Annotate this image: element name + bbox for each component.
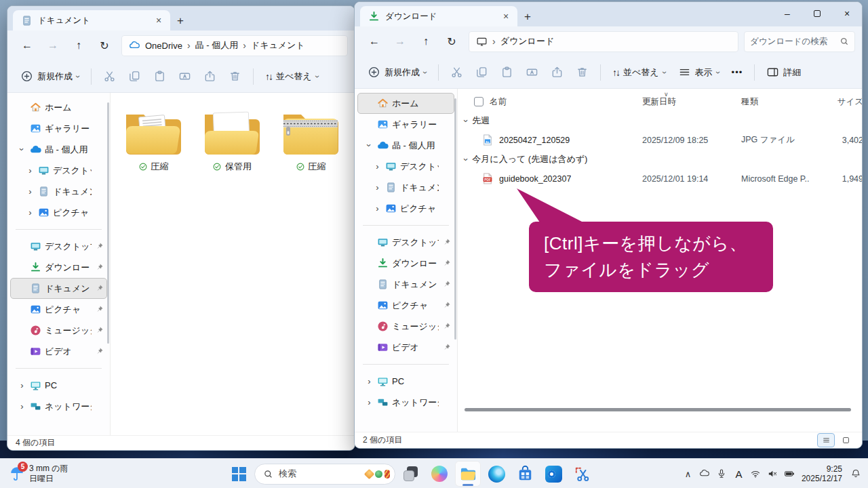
delete-button[interactable] [570,61,595,84]
sidebar-item-gallery[interactable]: ギャラリー [357,114,454,135]
group-header[interactable]: 今月に入って (先週は含めず) [458,149,862,169]
sidebar-item-desktop[interactable]: デスクトップ [10,160,107,181]
sidebar-item-picture[interactable]: ピクチャ [10,299,107,320]
collapse-chevron-icon[interactable] [465,116,467,126]
expand-chevron-icon[interactable] [373,204,382,213]
cut-button[interactable] [97,65,122,88]
breadcrumb-segment[interactable]: OneDrive [145,41,182,51]
file-explorer-button[interactable] [455,461,481,487]
collapse-chevron-icon[interactable] [465,155,467,165]
forward-icon[interactable]: → [387,30,413,52]
file-row[interactable]: PDF guidebook_202307 2025/12/01 19:14 Mi… [458,169,862,188]
horizontal-scrollbar[interactable] [465,408,851,411]
expand-chevron-icon[interactable] [373,162,382,171]
tab-documents[interactable]: ドキュメント × [13,10,170,30]
microphone-icon[interactable] [713,464,730,484]
sidebar-item-network[interactable]: ネットワーク [357,392,454,413]
tab-downloads[interactable]: ダウンロード × [360,6,517,26]
sidebar-item-video[interactable]: ビデオ [357,337,454,358]
folder-tile[interactable]: 保管用 [195,104,269,176]
expand-chevron-icon[interactable] [18,402,26,411]
new-tab-button[interactable]: + [517,7,538,26]
sidebar-item-pc[interactable]: PC [357,371,454,392]
sidebar-item-music[interactable]: ミュージック [10,320,107,341]
sidebar-item-document[interactable]: ドキュメント [357,274,454,295]
sidebar-scrollbar[interactable] [107,102,109,344]
copy-button[interactable] [122,65,147,88]
group-header[interactable]: 先週 [458,110,862,131]
snipping-tool-button[interactable] [569,461,595,487]
expand-chevron-icon[interactable] [365,377,374,386]
breadcrumb[interactable]: OneDrive › 晶 - 個人用 › ドキュメント [121,35,348,56]
clock[interactable]: 9:25 2025/12/17 [802,464,842,483]
sidebar-item-document[interactable]: ドキュメント [10,278,107,299]
breadcrumb-segment[interactable]: 晶 - 個人用 [195,39,239,52]
sidebar-item-cloud[interactable]: 晶 - 個人用 [357,135,454,156]
refresh-icon[interactable]: ↻ [92,35,117,56]
expand-chevron-icon[interactable] [26,166,35,175]
sidebar-item-document[interactable]: ドキュメント [357,177,454,198]
wifi-icon[interactable] [747,464,764,484]
sidebar-item-home[interactable]: ホーム [357,93,454,114]
cut-button[interactable] [444,61,469,84]
onedrive-tray-icon[interactable] [696,464,713,484]
store-button[interactable] [512,461,538,487]
back-icon[interactable]: ← [361,30,387,52]
share-button[interactable] [545,61,570,84]
expand-chevron-icon[interactable] [26,187,35,196]
up-icon[interactable]: ↑ [66,35,92,56]
sidebar-item-cloud[interactable]: 晶 - 個人用 [10,139,107,160]
select-all-checkbox[interactable] [474,97,484,106]
ime-indicator[interactable]: A [730,464,747,484]
sidebar-item-document[interactable]: ドキュメント [10,181,107,202]
new-tab-button[interactable]: + [170,12,191,30]
start-button[interactable] [226,461,252,487]
sidebar-item-gallery[interactable]: ギャラリー [10,118,107,139]
sidebar-item-music[interactable]: ミュージック [357,316,454,337]
rename-button[interactable] [172,65,197,88]
delete-button[interactable] [222,65,248,88]
column-header-type[interactable]: 種類 [741,96,821,108]
maximize-button[interactable] [802,2,832,25]
sidebar-item-picture[interactable]: ピクチャ [357,198,454,219]
sidebar-scrollbar[interactable] [454,98,456,340]
breadcrumb-segment[interactable]: ダウンロード [500,35,555,47]
sidebar-item-home[interactable]: ホーム [10,97,107,118]
forward-icon[interactable]: → [40,35,66,56]
up-icon[interactable]: ↑ [413,30,439,52]
folder-tile[interactable]: 圧縮 [273,104,348,176]
new-button[interactable]: 新規作成 [14,65,85,88]
paste-button[interactable] [147,65,172,88]
breadcrumb-segment[interactable]: ドキュメント [251,39,305,52]
share-button[interactable] [197,65,222,88]
battery-icon[interactable] [781,464,798,484]
column-header-date[interactable]: ∨ 更新日時 [642,96,741,108]
weather-widget[interactable]: 5 3 mm の雨 日曜日 [7,462,71,486]
sort-button[interactable]: ↑↓ 並べ替え [259,65,325,88]
column-header-name[interactable]: 名前 [458,96,642,108]
view-button[interactable]: 表示 [672,61,726,84]
close-tab-icon[interactable]: × [153,14,165,26]
task-view-button[interactable] [398,461,424,487]
sidebar-item-download[interactable]: ダウンロード [357,253,454,274]
sidebar-item-desktop[interactable]: デスクトップ [10,236,107,257]
sidebar-item-network[interactable]: ネットワーク [10,396,107,417]
edge-button[interactable] [484,461,509,487]
sidebar-item-video[interactable]: ビデオ [10,341,107,362]
expand-chevron-icon[interactable] [365,141,374,150]
sidebar-item-download[interactable]: ダウンロード [10,257,107,278]
refresh-icon[interactable]: ↻ [439,30,465,52]
back-icon[interactable]: ← [14,35,40,56]
sidebar-item-desktop[interactable]: デスクトップ [357,232,454,253]
sidebar-item-desktop[interactable]: デスクトップ [357,156,454,177]
tray-chevron-icon[interactable]: ∧ [679,464,696,484]
outlook-button[interactable] [540,461,566,487]
copilot-button[interactable] [427,461,452,487]
details-pane-button[interactable]: 詳細 [760,61,807,84]
file-row[interactable]: 20250427_120529 2025/12/09 18:25 JPG ファイ… [458,131,862,149]
sidebar-item-pc[interactable]: PC [10,375,107,396]
folder-tile[interactable]: 圧縮 [116,104,191,176]
expand-chevron-icon[interactable] [18,145,26,154]
notification-bell-icon[interactable] [847,464,864,484]
details-view-toggle[interactable] [818,434,834,447]
